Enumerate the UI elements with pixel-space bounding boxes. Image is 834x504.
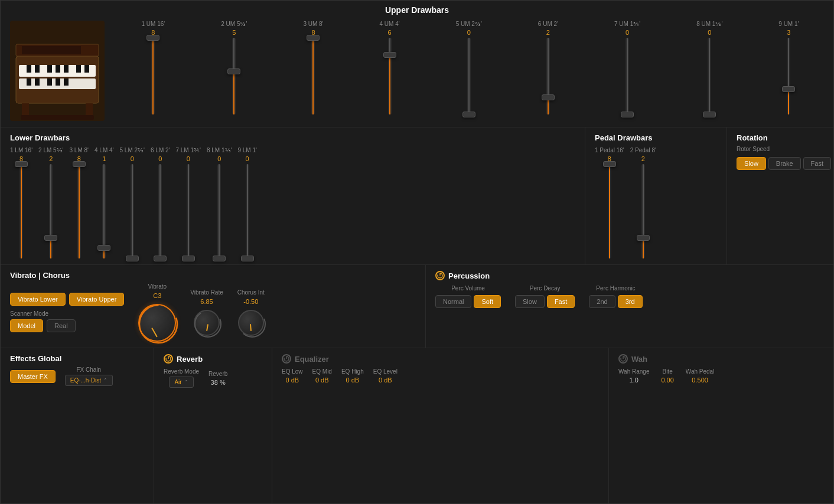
reverb-amount-control: Reverb 38 %	[209, 371, 227, 386]
drawbar-handle[interactable]	[637, 235, 650, 241]
drawbar-handle[interactable]	[603, 161, 616, 167]
drawbar-fill	[233, 71, 234, 114]
drawbar-track[interactable]	[232, 38, 236, 114]
rotation-brake-btn[interactable]: Brake	[768, 157, 801, 170]
drawbar-value: 0	[246, 155, 249, 162]
drawbar-fill	[643, 238, 644, 258]
drawbar-handle[interactable]	[542, 94, 555, 100]
scanner-mode: Scanner Mode Model Real	[10, 310, 124, 332]
drawbar-track[interactable]	[151, 38, 155, 114]
drawbar-track[interactable]	[49, 164, 53, 258]
real-btn[interactable]: Real	[47, 319, 76, 332]
perc-harmonic-buttons: 2nd 3rd	[589, 295, 642, 308]
drawbar-track[interactable]	[131, 164, 134, 258]
svg-rect-16	[22, 46, 81, 54]
drawbar-handle[interactable]	[15, 161, 28, 167]
rotation-slow-btn[interactable]: Slow	[737, 157, 766, 170]
vibrato-knob[interactable]	[138, 304, 176, 342]
drawbar-item: 2 UM 5⅓' 5	[221, 21, 247, 114]
drawbar-handle[interactable]	[213, 256, 226, 261]
drawbar-track[interactable]	[608, 164, 611, 258]
main-container: Upper Drawbars	[0, 0, 834, 504]
drawbar-item: 3 LM 8' 8	[70, 147, 89, 258]
lower-drawbars-section: Lower Drawbars 1 LM 16' 8 2 LM 5⅓' 2	[1, 127, 585, 264]
drawbar-track[interactable]	[626, 38, 629, 114]
drawbar-handle[interactable]	[621, 112, 634, 117]
reverb-mode-dropdown[interactable]: Air ⌃	[169, 377, 193, 388]
fx-chain-dropdown[interactable]: EQ-...h-Dist ⌃	[65, 375, 113, 386]
reverb-power-svg	[165, 356, 171, 362]
drawbar-handle[interactable]	[307, 35, 320, 41]
drawbar-track[interactable]	[311, 38, 315, 114]
drawbar-handle[interactable]	[97, 245, 110, 251]
drawbar-track[interactable]	[217, 164, 221, 258]
drawbar-line	[159, 164, 161, 258]
drawbar-track[interactable]	[708, 38, 711, 114]
eq-title: Equalizer	[295, 355, 329, 364]
drawbar-handle[interactable]	[227, 68, 240, 74]
perc-slow-btn[interactable]: Slow	[515, 295, 545, 308]
drawbar-handle[interactable]	[73, 161, 86, 167]
eq-power-icon[interactable]	[282, 354, 291, 364]
drawbar-track[interactable]	[641, 164, 645, 258]
drawbar-handle[interactable]	[383, 52, 396, 58]
reverb-value: 38 %	[211, 379, 226, 386]
drawbar-item: 5 LM 2⅔' 0	[120, 147, 145, 258]
rotation-fast-btn[interactable]: Fast	[803, 157, 831, 170]
drawbar-handle[interactable]	[703, 112, 716, 117]
chorus-int-knob[interactable]	[238, 310, 264, 336]
drawbar-handle[interactable]	[44, 235, 57, 241]
percussion-power-icon[interactable]	[435, 271, 445, 280]
master-fx-btn[interactable]: Master FX	[10, 370, 56, 383]
vibrato-btn-row: Vibrato Lower Vibrato Upper	[10, 293, 124, 306]
vibrato-buttons: Vibrato Lower Vibrato Upper Scanner Mode…	[10, 293, 124, 332]
vibrato-title: Vibrato | Chorus	[10, 271, 416, 280]
drawbar-handle[interactable]	[154, 256, 167, 261]
drawbar-handle[interactable]	[462, 112, 475, 117]
perc-normal-btn[interactable]: Normal	[435, 295, 471, 308]
perc-soft-btn[interactable]: Soft	[474, 295, 501, 308]
drawbar-track[interactable]	[158, 164, 162, 258]
drawbar-track[interactable]	[388, 38, 392, 114]
drawbar-track[interactable]	[187, 164, 190, 258]
drawbar-handle[interactable]	[182, 256, 195, 261]
vibrato-knob-container: Vibrato C3	[138, 283, 176, 342]
vibrato-upper-btn[interactable]: Vibrato Upper	[69, 293, 125, 306]
model-btn[interactable]: Model	[10, 319, 43, 332]
drawbar-value: 1	[102, 155, 106, 162]
perc-2nd-btn[interactable]: 2nd	[589, 295, 615, 308]
vibrato-lower-btn[interactable]: Vibrato Lower	[10, 293, 66, 306]
effects-global-section: Effects Global Master FX FX Chain EQ-...…	[1, 348, 154, 503]
drawbar-track[interactable]	[467, 38, 471, 114]
drawbar-value: 2	[641, 155, 645, 162]
vibrato-inner: Vibrato Lower Vibrato Upper Scanner Mode…	[10, 283, 416, 342]
vibrato-rate-knob[interactable]	[194, 310, 220, 336]
drawbar-track[interactable]	[787, 38, 790, 114]
drawbar-track[interactable]	[546, 38, 550, 114]
drawbar-handle[interactable]	[126, 256, 139, 261]
perc-3rd-btn[interactable]: 3rd	[618, 295, 643, 308]
drawbar-label: 4 LM 4'	[95, 147, 113, 153]
drawbar-handle[interactable]	[241, 256, 254, 261]
drawbar-item: 1 UM 16' 8	[142, 21, 165, 114]
drawbar-track[interactable]	[102, 164, 106, 258]
vibrato-rate-knob-container: Vibrato Rate 6.85	[190, 289, 223, 336]
drawbar-handle[interactable]	[782, 86, 795, 92]
drawbar-fill	[152, 38, 154, 114]
reverb-power-icon[interactable]	[164, 354, 173, 364]
drawbar-track[interactable]	[246, 164, 249, 258]
perc-fast-btn[interactable]: Fast	[547, 295, 575, 308]
drawbar-item: 2 LM 5⅓' 2	[38, 147, 63, 258]
vibrato-rate-value: 6.85	[200, 298, 213, 305]
drawbar-handle[interactable]	[146, 35, 159, 41]
drawbar-track[interactable]	[77, 164, 81, 258]
drawbar-fill	[50, 238, 51, 258]
drawbar-value: 0	[217, 155, 221, 162]
drawbar-label: 5 UM 2⅔'	[456, 21, 482, 27]
drawbar-track[interactable]	[19, 164, 23, 258]
wah-power-icon[interactable]	[618, 354, 628, 364]
svg-rect-14	[64, 78, 69, 86]
drawbar-value: 0	[131, 155, 134, 162]
drawbar-line	[103, 164, 105, 258]
drawbar-label: 1 UM 16'	[142, 21, 165, 27]
